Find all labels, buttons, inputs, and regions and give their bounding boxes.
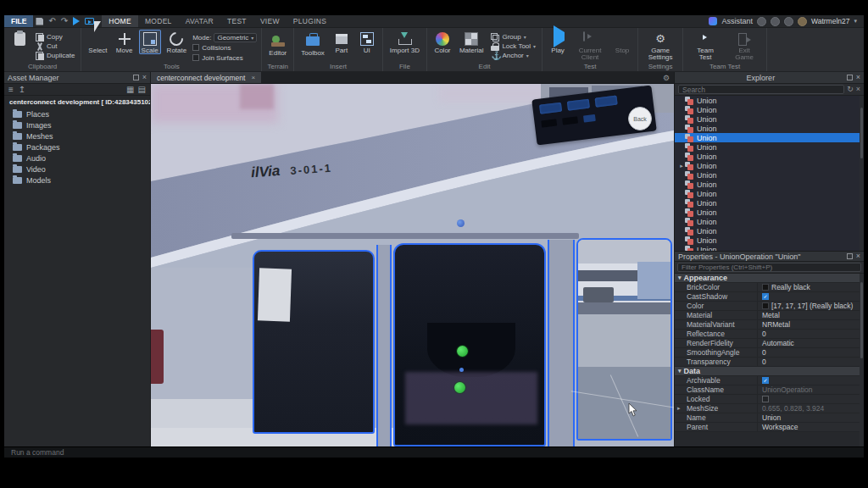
group-button[interactable]: Group▾ — [489, 32, 537, 42]
tab-test[interactable]: TEST — [220, 15, 253, 27]
close-icon[interactable]: × — [142, 74, 147, 81]
property-value[interactable]: [17, 17, 17] (Really black) — [758, 302, 864, 310]
checkbox[interactable]: ✓ — [762, 293, 769, 300]
properties-section-data[interactable]: ▾Data — [675, 367, 864, 376]
property-value[interactable]: Union — [758, 413, 864, 422]
command-input[interactable] — [4, 448, 864, 457]
close-icon[interactable]: × — [251, 75, 255, 81]
game-settings-button[interactable]: ⚙Game Settings — [643, 30, 678, 62]
quick-play-icon[interactable] — [73, 15, 80, 27]
explorer-item-union[interactable]: Union — [675, 133, 864, 142]
refresh-icon[interactable]: ↻ — [847, 86, 854, 93]
join-surfaces-toggle[interactable]: Join Surfaces — [192, 53, 257, 63]
checkbox[interactable]: ✓ — [762, 377, 769, 384]
property-value[interactable] — [758, 395, 864, 403]
notifications-icon[interactable] — [784, 17, 793, 26]
property-value[interactable]: 0 — [758, 330, 864, 338]
center-handle-dot[interactable] — [459, 368, 464, 372]
explorer-item-union[interactable]: Union — [675, 142, 864, 152]
viewport-options-gear-icon[interactable]: ⚙ — [663, 72, 674, 83]
property-value[interactable]: Really black — [758, 283, 864, 291]
property-value[interactable]: 0 — [758, 358, 864, 366]
scale-tool-button[interactable]: Scale — [139, 30, 161, 54]
join-surfaces-checkbox[interactable] — [192, 54, 199, 61]
property-value[interactable]: ✓ — [758, 292, 864, 301]
property-value[interactable]: NRMetal — [758, 320, 864, 329]
popout-icon[interactable] — [847, 253, 853, 259]
copy-button[interactable]: Copy — [34, 32, 76, 42]
terrain-editor-button[interactable]: Editor — [266, 30, 289, 57]
asset-item-meshes[interactable]: Meshes — [4, 130, 150, 141]
toolbox-button[interactable]: Toolbox — [298, 30, 327, 57]
avatar[interactable] — [798, 17, 807, 26]
explorer-item-union[interactable]: Union — [675, 236, 864, 245]
clear-icon[interactable]: × — [856, 86, 860, 93]
tab-view[interactable]: VIEW — [253, 15, 287, 27]
explorer-item-union[interactable]: Union — [675, 152, 864, 161]
collisions-checkbox[interactable] — [192, 44, 199, 51]
explorer-item-union[interactable]: Union — [675, 226, 864, 236]
exit-game-button[interactable]: Exit Game — [726, 30, 762, 62]
close-icon[interactable]: × — [856, 252, 860, 260]
explorer-item-union[interactable]: Union — [675, 96, 864, 105]
popout-icon[interactable] — [847, 75, 853, 80]
lock-tool-button[interactable]: Lock Tool▾ — [489, 42, 537, 51]
viewport-tab[interactable]: centerconnect development × — [151, 72, 261, 83]
mode-dropdown[interactable]: Geometric▾ — [214, 33, 257, 42]
chevron-right-icon[interactable]: ▸ — [678, 163, 685, 169]
property-value[interactable]: ✓ — [758, 376, 864, 385]
popout-icon[interactable] — [133, 75, 139, 80]
tab-avatar[interactable]: AVATAR — [179, 15, 220, 27]
asset-item-packages[interactable]: Packages — [4, 141, 150, 152]
property-value[interactable]: UnionOperation — [758, 385, 864, 394]
filter-properties-input[interactable] — [677, 263, 861, 272]
property-value[interactable]: 0 — [758, 348, 864, 357]
upload-icon[interactable]: ↥ — [19, 85, 25, 94]
scrollbar-thumb[interactable] — [860, 108, 863, 158]
cut-button[interactable]: Cut — [34, 42, 76, 51]
explorer-item-union[interactable]: Union — [675, 124, 864, 133]
ui-button[interactable]: UI — [356, 30, 378, 54]
chevron-right-icon[interactable]: ▸ — [677, 405, 681, 412]
explorer-item-union[interactable]: Union — [675, 180, 864, 189]
explorer-item-union[interactable]: Union — [675, 170, 864, 180]
properties-scrollbar[interactable] — [860, 274, 864, 446]
duplicate-button[interactable]: Duplicate — [34, 51, 76, 60]
explorer-item-union[interactable]: Union — [675, 198, 864, 208]
asset-item-places[interactable]: Places — [4, 108, 150, 119]
explorer-item-union[interactable]: Union — [675, 245, 864, 251]
back-button[interactable]: Back — [628, 107, 652, 130]
asset-item-audio[interactable]: Audio — [4, 152, 150, 164]
tab-model[interactable]: MODEL — [138, 15, 179, 27]
collaborators-icon[interactable] — [757, 17, 766, 26]
anchor-button[interactable]: ⚓Anchor▾ — [489, 51, 537, 60]
rotate-tool-button[interactable]: Rotate — [164, 30, 190, 54]
current-client-button[interactable]: Current Client — [572, 30, 608, 62]
color-button[interactable]: Color — [431, 30, 453, 54]
close-icon[interactable]: × — [856, 74, 860, 81]
import-3d-button[interactable]: Import 3D — [387, 30, 422, 54]
list-view-icon[interactable]: ▤ — [138, 85, 146, 94]
search-input[interactable] — [678, 85, 844, 94]
tab-home[interactable]: HOME — [102, 15, 138, 27]
property-value[interactable]: Automatic — [758, 339, 864, 347]
3d-scene-canvas[interactable]: ilVia3-01-1 Back — [151, 84, 674, 446]
explorer-item-union[interactable]: Union — [675, 105, 864, 114]
move-tool-button[interactable]: Move — [114, 30, 136, 54]
material-button[interactable]: Material — [457, 30, 486, 54]
file-menu-button[interactable]: FILE — [4, 15, 33, 27]
property-value[interactable]: 0.655, 0.828, 3.924 — [758, 404, 864, 413]
asset-item-models[interactable]: Models — [4, 175, 150, 186]
explorer-item-union[interactable]: Union — [675, 217, 864, 226]
asset-item-video[interactable]: Video — [4, 164, 150, 175]
redo-icon[interactable]: ↷ — [61, 15, 68, 27]
assistant-label[interactable]: Assistant — [721, 17, 753, 25]
paste-button[interactable] — [8, 30, 31, 46]
drag-handle[interactable] — [457, 346, 468, 357]
chat-icon[interactable] — [771, 17, 780, 26]
chevron-down-icon[interactable]: ▾ — [854, 18, 857, 25]
explorer-item-union[interactable]: Union — [675, 208, 864, 217]
undo-icon[interactable]: ↶ — [48, 15, 55, 27]
properties-section-appearance[interactable]: ▾Appearance — [675, 274, 864, 283]
collisions-toggle[interactable]: Collisions — [192, 42, 257, 53]
